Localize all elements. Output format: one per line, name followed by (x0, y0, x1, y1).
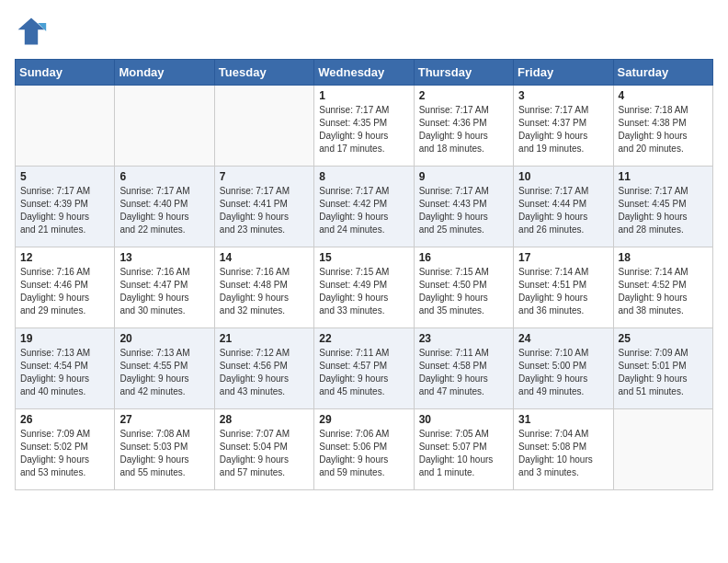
day-info: Sunrise: 7:11 AM Sunset: 4:58 PM Dayligh… (419, 347, 508, 398)
day-info: Sunrise: 7:17 AM Sunset: 4:35 PM Dayligh… (319, 104, 408, 155)
day-number: 16 (419, 251, 508, 264)
day-info: Sunrise: 7:09 AM Sunset: 5:02 PM Dayligh… (20, 428, 109, 479)
calendar-cell: 17Sunrise: 7:14 AM Sunset: 4:51 PM Dayli… (514, 247, 613, 328)
calendar-cell: 11Sunrise: 7:17 AM Sunset: 4:45 PM Dayli… (613, 167, 712, 247)
column-header-monday: Monday (115, 60, 214, 86)
day-info: Sunrise: 7:16 AM Sunset: 4:47 PM Dayligh… (119, 266, 209, 317)
calendar-week-row: 12Sunrise: 7:16 AM Sunset: 4:46 PM Dayli… (16, 247, 713, 328)
day-number: 2 (419, 89, 508, 102)
day-number: 10 (518, 170, 608, 183)
calendar-cell: 25Sunrise: 7:09 AM Sunset: 5:01 PM Dayli… (613, 328, 712, 409)
calendar-cell: 22Sunrise: 7:11 AM Sunset: 4:57 PM Dayli… (314, 328, 414, 409)
calendar-cell: 23Sunrise: 7:11 AM Sunset: 4:58 PM Dayli… (414, 328, 513, 409)
calendar-cell: 27Sunrise: 7:08 AM Sunset: 5:03 PM Dayli… (115, 409, 214, 490)
day-number: 20 (119, 332, 209, 345)
svg-marker-0 (18, 18, 45, 45)
calendar-week-row: 26Sunrise: 7:09 AM Sunset: 5:02 PM Dayli… (16, 409, 713, 490)
calendar-cell: 28Sunrise: 7:07 AM Sunset: 5:04 PM Dayli… (214, 409, 313, 490)
day-number: 15 (319, 251, 408, 264)
calendar-header-row: SundayMondayTuesdayWednesdayThursdayFrid… (16, 60, 713, 86)
day-info: Sunrise: 7:13 AM Sunset: 4:55 PM Dayligh… (119, 347, 209, 398)
day-info: Sunrise: 7:12 AM Sunset: 4:56 PM Dayligh… (220, 347, 309, 398)
day-number: 24 (518, 332, 608, 345)
day-info: Sunrise: 7:16 AM Sunset: 4:48 PM Dayligh… (220, 266, 309, 317)
day-number: 11 (619, 170, 708, 183)
page-header (15, 15, 713, 48)
day-info: Sunrise: 7:14 AM Sunset: 4:52 PM Dayligh… (619, 266, 708, 317)
day-number: 12 (20, 251, 109, 264)
day-number: 7 (220, 170, 309, 183)
day-number: 19 (20, 332, 109, 345)
calendar-cell (115, 86, 214, 167)
calendar-cell: 13Sunrise: 7:16 AM Sunset: 4:47 PM Dayli… (115, 247, 214, 328)
calendar-cell: 6Sunrise: 7:17 AM Sunset: 4:40 PM Daylig… (115, 167, 214, 247)
calendar-cell (613, 409, 712, 490)
day-number: 5 (20, 170, 109, 183)
day-number: 27 (119, 413, 209, 426)
calendar-cell: 7Sunrise: 7:17 AM Sunset: 4:41 PM Daylig… (214, 167, 313, 247)
column-header-saturday: Saturday (613, 60, 712, 86)
column-header-thursday: Thursday (414, 60, 513, 86)
day-info: Sunrise: 7:15 AM Sunset: 4:50 PM Dayligh… (419, 266, 508, 317)
day-info: Sunrise: 7:17 AM Sunset: 4:45 PM Dayligh… (619, 185, 708, 236)
day-info: Sunrise: 7:15 AM Sunset: 4:49 PM Dayligh… (319, 266, 408, 317)
calendar-cell: 9Sunrise: 7:17 AM Sunset: 4:43 PM Daylig… (414, 167, 513, 247)
calendar-cell: 20Sunrise: 7:13 AM Sunset: 4:55 PM Dayli… (115, 328, 214, 409)
day-info: Sunrise: 7:04 AM Sunset: 5:08 PM Dayligh… (518, 428, 608, 479)
calendar-cell: 3Sunrise: 7:17 AM Sunset: 4:37 PM Daylig… (514, 86, 613, 167)
day-info: Sunrise: 7:09 AM Sunset: 5:01 PM Dayligh… (619, 347, 708, 398)
day-number: 14 (220, 251, 309, 264)
day-info: Sunrise: 7:17 AM Sunset: 4:42 PM Dayligh… (319, 185, 408, 236)
day-info: Sunrise: 7:14 AM Sunset: 4:51 PM Dayligh… (518, 266, 608, 317)
day-number: 13 (119, 251, 209, 264)
calendar-cell: 26Sunrise: 7:09 AM Sunset: 5:02 PM Dayli… (16, 409, 115, 490)
day-info: Sunrise: 7:17 AM Sunset: 4:39 PM Dayligh… (20, 185, 109, 236)
calendar-cell: 8Sunrise: 7:17 AM Sunset: 4:42 PM Daylig… (314, 167, 414, 247)
day-info: Sunrise: 7:08 AM Sunset: 5:03 PM Dayligh… (119, 428, 209, 479)
calendar-cell: 10Sunrise: 7:17 AM Sunset: 4:44 PM Dayli… (514, 167, 613, 247)
calendar-table: SundayMondayTuesdayWednesdayThursdayFrid… (15, 59, 713, 490)
calendar-cell: 14Sunrise: 7:16 AM Sunset: 4:48 PM Dayli… (214, 247, 313, 328)
day-number: 18 (619, 251, 708, 264)
day-info: Sunrise: 7:10 AM Sunset: 5:00 PM Dayligh… (518, 347, 608, 398)
day-info: Sunrise: 7:17 AM Sunset: 4:40 PM Dayligh… (119, 185, 209, 236)
day-info: Sunrise: 7:17 AM Sunset: 4:43 PM Dayligh… (419, 185, 508, 236)
calendar-cell: 2Sunrise: 7:17 AM Sunset: 4:36 PM Daylig… (414, 86, 513, 167)
day-number: 21 (220, 332, 309, 345)
day-number: 23 (419, 332, 508, 345)
day-info: Sunrise: 7:13 AM Sunset: 4:54 PM Dayligh… (20, 347, 109, 398)
day-number: 22 (319, 332, 408, 345)
day-number: 3 (518, 89, 608, 102)
day-info: Sunrise: 7:05 AM Sunset: 5:07 PM Dayligh… (419, 428, 508, 479)
logo (15, 15, 51, 48)
day-info: Sunrise: 7:11 AM Sunset: 4:57 PM Dayligh… (319, 347, 408, 398)
calendar-cell: 21Sunrise: 7:12 AM Sunset: 4:56 PM Dayli… (214, 328, 313, 409)
calendar-cell: 4Sunrise: 7:18 AM Sunset: 4:38 PM Daylig… (613, 86, 712, 167)
day-number: 4 (619, 89, 708, 102)
day-number: 31 (518, 413, 608, 426)
column-header-friday: Friday (514, 60, 613, 86)
calendar-cell: 29Sunrise: 7:06 AM Sunset: 5:06 PM Dayli… (314, 409, 414, 490)
calendar-cell: 15Sunrise: 7:15 AM Sunset: 4:49 PM Dayli… (314, 247, 414, 328)
calendar-cell: 18Sunrise: 7:14 AM Sunset: 4:52 PM Dayli… (613, 247, 712, 328)
calendar-cell: 12Sunrise: 7:16 AM Sunset: 4:46 PM Dayli… (16, 247, 115, 328)
calendar-cell: 30Sunrise: 7:05 AM Sunset: 5:07 PM Dayli… (414, 409, 513, 490)
calendar-week-row: 1Sunrise: 7:17 AM Sunset: 4:35 PM Daylig… (16, 86, 713, 167)
calendar-week-row: 19Sunrise: 7:13 AM Sunset: 4:54 PM Dayli… (16, 328, 713, 409)
day-number: 17 (518, 251, 608, 264)
day-info: Sunrise: 7:18 AM Sunset: 4:38 PM Dayligh… (619, 104, 708, 155)
calendar-cell (214, 86, 313, 167)
day-number: 9 (419, 170, 508, 183)
day-number: 29 (319, 413, 408, 426)
calendar-cell (16, 86, 115, 167)
calendar-cell: 19Sunrise: 7:13 AM Sunset: 4:54 PM Dayli… (16, 328, 115, 409)
column-header-tuesday: Tuesday (214, 60, 313, 86)
day-number: 26 (20, 413, 109, 426)
day-number: 30 (419, 413, 508, 426)
day-number: 6 (119, 170, 209, 183)
day-info: Sunrise: 7:07 AM Sunset: 5:04 PM Dayligh… (220, 428, 309, 479)
calendar-cell: 31Sunrise: 7:04 AM Sunset: 5:08 PM Dayli… (514, 409, 613, 490)
day-number: 8 (319, 170, 408, 183)
day-number: 28 (220, 413, 309, 426)
calendar-cell: 1Sunrise: 7:17 AM Sunset: 4:35 PM Daylig… (314, 86, 414, 167)
